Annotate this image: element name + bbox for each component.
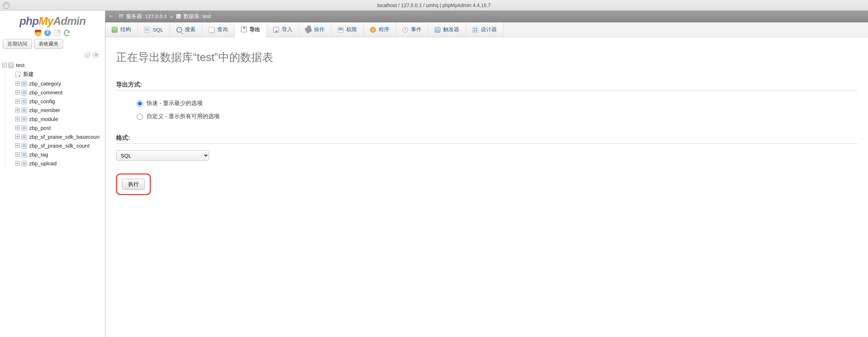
breadcrumb: ← 服务器: 127.0.0.1 » 数据库: test [105,11,868,22]
routines-icon [370,27,376,33]
tree-table-node[interactable]: +zbp_tag [15,150,105,159]
import-icon [273,27,279,33]
expander-icon[interactable]: + [15,117,20,121]
table-label: zbp_sf_praise_sdk_basecoun [29,134,99,140]
tab-search[interactable]: 搜索 [170,22,202,37]
go-button[interactable]: 执行 [122,179,145,190]
tab-favorites[interactable]: 表收藏夹 [34,39,63,49]
table-icon [21,90,27,95]
expander-icon[interactable]: + [15,143,20,148]
main: ← 服务器: 127.0.0.1 » 数据库: test 结构 SQL 搜索 查… [105,11,868,337]
radio-custom-label: 自定义 - 显示所有可用的选项 [147,113,220,120]
tab-export[interactable]: 导出 [235,22,267,37]
expander-icon[interactable]: + [15,161,20,166]
tab-triggers[interactable]: 触发器 [428,22,466,37]
tab-recent[interactable]: 近期访问 [3,39,32,49]
tab-events[interactable]: 事件 [396,22,428,37]
help-icon[interactable] [44,30,51,36]
tree-db-node[interactable]: − test [1,61,105,70]
tab-structure[interactable]: 结构 [105,22,138,37]
expander-icon[interactable]: + [15,108,20,112]
db-tree: − test 新建 +zbp_category+zbp_comment+zbp_… [0,60,105,168]
link-icon[interactable]: ⚭ [93,52,99,58]
logo-part-my: My [39,15,53,27]
table-label: zbp_upload [29,160,57,166]
tree-table-node[interactable]: +zbp_config [15,97,105,106]
section-rule [116,143,857,144]
tree-table-node[interactable]: +zbp_post [15,123,105,132]
expander-icon[interactable]: + [15,126,20,130]
logo-part-php: php [20,15,39,27]
db-label: test [16,62,24,68]
tree-new-table[interactable]: 新建 [15,70,105,79]
radio-quick[interactable]: 快速 - 显示最少的选项 [137,97,857,110]
table-label: zbp_member [29,107,60,113]
collapse-icon[interactable]: − [84,52,90,58]
breadcrumb-db[interactable]: 数据库: test [183,13,211,20]
tab-operations[interactable]: 操作 [299,22,331,37]
database-icon [176,13,181,19]
expander-icon[interactable]: + [15,90,20,95]
expander-icon[interactable]: + [15,152,20,157]
database-icon [8,62,14,68]
go-button-highlight: 执行 [116,173,151,195]
tabbar: 结构 SQL 搜索 查询 导出 导入 操作 权限 程序 事件 触发器 设计器 [105,22,868,37]
table-icon [21,125,27,131]
format-label: 格式: [116,134,857,142]
events-icon [402,27,408,33]
table-icon [21,152,27,158]
tree-table-node[interactable]: +zbp_sf_praise_sdk_count [15,141,105,150]
expander-icon[interactable]: + [15,134,20,139]
home-icon[interactable] [35,30,41,36]
triggers-icon [435,27,440,33]
tab-designer[interactable]: 设计器 [466,22,504,37]
designer-icon [472,27,478,33]
new-table-icon [15,72,21,77]
table-label: zbp_tag [29,151,48,158]
operations-icon [304,26,312,34]
expander-icon[interactable]: − [2,63,7,67]
tree-table-node[interactable]: +zbp_sf_praise_sdk_basecoun [15,132,105,141]
expander-icon[interactable]: + [15,81,20,86]
tab-import[interactable]: 导入 [267,22,299,37]
content: 正在导出数据库“test”中的数据表 导出方式: 快速 - 显示最少的选项 自定… [105,37,868,337]
radio-custom-input[interactable] [137,114,143,120]
page-title: 正在导出数据库“test”中的数据表 [116,50,857,65]
privileges-icon [338,27,344,33]
sidebar-actions: − ⚭ [0,50,105,60]
format-row: SQL [116,150,857,161]
tree-table-node[interactable]: +zbp_member [15,106,105,115]
table-label: zbp_config [29,98,55,104]
phpmyadmin-logo[interactable]: phpMyAdmin [0,13,105,29]
table-label: zbp_module [29,116,58,122]
tab-query[interactable]: 查询 [202,22,235,37]
table-icon [21,161,27,166]
breadcrumb-server[interactable]: 服务器: 127.0.0.1 [126,13,167,20]
tab-privileges[interactable]: 权限 [331,22,364,37]
table-icon [21,116,27,122]
db-children: 新建 +zbp_category+zbp_comment+zbp_config+… [5,70,105,168]
sidebar-tabs: 近期访问 表收藏夹 [0,39,105,50]
refresh-icon[interactable] [64,30,70,36]
export-method-group: 快速 - 显示最少的选项 自定义 - 显示所有可用的选项 [116,97,857,123]
expander-icon[interactable]: + [15,99,20,104]
table-icon [21,134,27,140]
tree-table-node[interactable]: +zbp_category [15,79,105,88]
radio-quick-input[interactable] [137,100,143,107]
table-icon [21,107,27,113]
window-titlebar: localhost / 127.0.0.1 / umhq | phpMyAdmi… [0,0,868,11]
structure-icon [112,27,117,33]
tab-sql[interactable]: SQL [138,22,170,37]
tree-table-node[interactable]: +zbp_upload [15,159,105,168]
sql-icon [144,27,150,33]
table-icon [21,81,27,87]
sidebar-toolbar [0,29,105,39]
back-button[interactable]: ← [108,12,115,20]
export-icon [241,27,247,32]
docs-icon[interactable] [54,30,61,36]
radio-custom[interactable]: 自定义 - 显示所有可用的选项 [137,110,857,123]
tab-routines[interactable]: 程序 [364,22,396,37]
tree-table-node[interactable]: +zbp_comment [15,88,105,97]
format-select[interactable]: SQL [116,150,209,161]
tree-table-node[interactable]: +zbp_module [15,115,105,123]
